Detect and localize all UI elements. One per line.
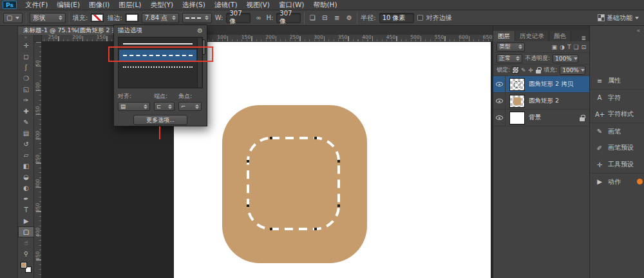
menu-view[interactable]: 视图(V) xyxy=(242,0,274,10)
menu-window[interactable]: 窗口(W) xyxy=(274,0,309,10)
dock-brush-presets[interactable]: ✐ 画笔预设 xyxy=(590,139,644,156)
tool-history-brush[interactable]: ↺ xyxy=(18,139,34,150)
fill-opacity-dropdown[interactable]: 100% xyxy=(560,66,585,75)
anchor-point[interactable] xyxy=(337,204,340,207)
layer-row-rounded-rect[interactable]: 圆角矩形 2 xyxy=(493,93,589,110)
tool-move[interactable]: ✛ xyxy=(18,40,34,51)
tool-crop[interactable]: ◱ xyxy=(18,84,34,95)
stroke-caps-dropdown[interactable]: ⊏ xyxy=(154,102,175,111)
lock-transparency-icon[interactable] xyxy=(513,67,518,73)
tool-lasso[interactable]: ʃ xyxy=(18,62,34,73)
menu-help[interactable]: 帮助(H) xyxy=(308,0,341,10)
tool-brush[interactable]: ✎ xyxy=(18,117,34,128)
anchor-point[interactable] xyxy=(247,204,249,207)
radius-field[interactable]: 10 像素 xyxy=(379,13,414,23)
tool-path-selection[interactable]: ▶ xyxy=(18,215,34,226)
tool-gradient[interactable]: ◧ xyxy=(18,161,34,172)
canvas-viewport[interactable] xyxy=(42,42,493,278)
anchor-point[interactable] xyxy=(314,137,317,139)
workspace-switcher[interactable]: 基础功能 xyxy=(598,14,639,23)
layer-thumbnail[interactable] xyxy=(509,112,525,124)
path-arrangement-icon[interactable]: ≣ xyxy=(332,14,341,21)
filter-smart-object-icon[interactable]: ⊡ xyxy=(581,44,586,50)
layer-visibility-toggle[interactable] xyxy=(493,76,506,93)
layer-filter-dropdown[interactable]: 类型 xyxy=(497,43,525,52)
menu-image[interactable]: 图像(I) xyxy=(84,0,114,10)
scrollbar[interactable] xyxy=(197,38,202,87)
tool-preset-picker[interactable]: ▢ xyxy=(3,13,23,23)
menu-filter[interactable]: 滤镜(T) xyxy=(210,0,242,10)
tool-clone-stamp[interactable]: ▤ xyxy=(18,128,34,139)
dock-brush[interactable]: ✎ 画笔 xyxy=(590,123,644,139)
anchor-point[interactable] xyxy=(270,228,272,230)
dock-tool-presets[interactable]: ✛ 工具预设 xyxy=(590,156,644,173)
anchor-point[interactable] xyxy=(247,160,249,163)
blend-mode-dropdown[interactable]: 正常 xyxy=(497,54,522,63)
tab-layers[interactable]: 图层 xyxy=(493,31,515,41)
menu-edit[interactable]: 编辑(E) xyxy=(52,0,84,10)
layer-thumbnail[interactable] xyxy=(509,78,525,91)
dock-character[interactable]: A 字符 xyxy=(590,89,644,106)
lock-position-icon[interactable]: ✛ xyxy=(529,67,534,74)
stroke-width-dropdown[interactable]: 7.84 点 xyxy=(142,13,179,23)
anchor-point[interactable] xyxy=(270,137,272,139)
tab-color[interactable]: 颜色 xyxy=(549,31,571,41)
menu-layer[interactable]: 图层(L) xyxy=(114,0,146,10)
ruler-origin-corner[interactable] xyxy=(34,35,42,42)
path-operations-icon[interactable]: ❏ xyxy=(308,14,317,21)
ruler-horizontal[interactable]: 2502001501005005010015020025030035040045… xyxy=(34,35,493,42)
align-edges-checkbox[interactable] xyxy=(417,15,423,21)
link-dimensions-icon[interactable]: ∞ xyxy=(254,14,263,21)
foreground-color-swatch[interactable] xyxy=(21,262,27,268)
tool-eraser[interactable]: ▱ xyxy=(18,150,34,161)
stroke-align-dropdown[interactable]: ▤ xyxy=(118,102,150,111)
layer-thumbnail[interactable] xyxy=(509,95,525,108)
tool-marquee[interactable]: ◻ xyxy=(18,51,34,62)
gear-icon[interactable]: ⚙ xyxy=(345,14,354,21)
layer-row-background[interactable]: 背景 xyxy=(493,110,589,126)
layer-visibility-toggle[interactable] xyxy=(493,110,506,126)
tool-pen[interactable]: ✒ xyxy=(18,194,34,204)
ruler-vertical[interactable]: 50100150200250300350400450 xyxy=(34,42,42,278)
tool-blur[interactable]: ◒ xyxy=(18,172,34,183)
panel-menu-icon[interactable]: ≣ xyxy=(578,35,589,41)
menu-select[interactable]: 选择(S) xyxy=(178,0,210,10)
anchor-point[interactable] xyxy=(314,228,317,230)
shape-height-field[interactable]: 307像 xyxy=(276,13,301,23)
layer-visibility-toggle[interactable] xyxy=(493,93,506,110)
opacity-dropdown[interactable]: 100% xyxy=(553,54,578,63)
lock-image-icon[interactable]: ✎ xyxy=(521,67,526,74)
filter-type-icon[interactable]: T xyxy=(567,44,571,50)
menu-file[interactable]: 文件(F) xyxy=(21,0,52,10)
path-alignment-icon[interactable]: ⊟ xyxy=(320,14,329,21)
shape-width-field[interactable]: 307像 xyxy=(226,13,251,23)
tool-dodge[interactable]: ◐ xyxy=(18,183,34,194)
tool-quick-selection[interactable]: ❍ xyxy=(18,73,34,84)
layer-row-rounded-rect-copy[interactable]: 圆角矩形 2 拷贝 xyxy=(493,76,589,93)
filter-pixel-icon[interactable]: ▣ xyxy=(552,44,558,50)
gear-icon[interactable]: ⚙ xyxy=(197,27,203,34)
tool-mode-dropdown[interactable]: 形状 xyxy=(30,13,66,23)
expand-dock-icon[interactable]: « xyxy=(636,27,640,34)
stroke-color-swatch[interactable] xyxy=(126,14,138,22)
dock-character-styles[interactable]: A+ 字符样式 xyxy=(590,106,644,123)
menu-type[interactable]: 类型(Y) xyxy=(146,0,178,10)
tab-history[interactable]: 历史记录 xyxy=(515,31,549,41)
filter-shape-icon[interactable]: ❏ xyxy=(573,44,578,50)
more-options-button[interactable]: 更多选项... xyxy=(133,115,187,125)
tool-hand[interactable]: ☝ xyxy=(18,237,34,248)
filter-adjustment-icon[interactable]: ◑ xyxy=(560,44,565,50)
collapse-toolbar-icon[interactable]: » xyxy=(24,35,27,40)
stroke-preset-dotted[interactable] xyxy=(119,61,196,73)
tool-zoom[interactable]: ⚲ xyxy=(18,248,34,259)
stroke-corners-dropdown[interactable]: ⌐ xyxy=(178,102,202,111)
tool-type[interactable]: T xyxy=(18,204,34,215)
dock-properties[interactable]: ≡ 属性 xyxy=(590,72,644,89)
stroke-type-dropdown[interactable] xyxy=(182,13,212,23)
lock-all-icon[interactable] xyxy=(536,70,541,74)
tool-eyedropper[interactable]: ✑ xyxy=(18,95,34,106)
tool-healing-brush[interactable]: ✚ xyxy=(18,106,34,117)
tool-shape[interactable]: ▢ xyxy=(18,226,34,237)
anchor-point[interactable] xyxy=(337,160,340,163)
fill-color-swatch[interactable] xyxy=(91,14,104,22)
